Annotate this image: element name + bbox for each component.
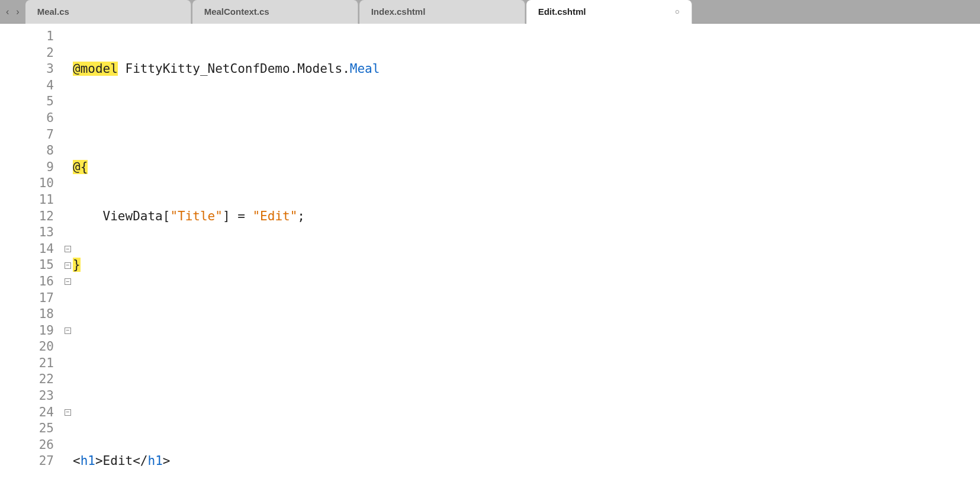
- tab-mealcontext-cs[interactable]: MealContext.cs: [192, 0, 358, 24]
- nav-back-icon[interactable]: ‹: [6, 7, 9, 17]
- line-number: 25: [0, 420, 62, 437]
- line-number: 1: [0, 28, 62, 45]
- fold-cell: [62, 175, 73, 192]
- code-line: @{: [73, 159, 980, 176]
- fold-cell[interactable]: −: [62, 241, 73, 258]
- line-number: 17: [0, 290, 62, 307]
- fold-cell: [62, 78, 73, 94]
- fold-cell: [62, 371, 73, 388]
- fold-collapse-icon[interactable]: −: [65, 246, 71, 252]
- fold-collapse-icon[interactable]: −: [65, 262, 71, 269]
- code-line: [73, 306, 980, 323]
- line-number: 11: [0, 192, 62, 208]
- tab-edit-cshtml[interactable]: Edit.cshtml ○: [526, 0, 692, 24]
- line-number: 5: [0, 94, 62, 110]
- nav-forward-icon[interactable]: ›: [16, 7, 19, 17]
- line-number: 13: [0, 224, 62, 241]
- line-number: 23: [0, 388, 62, 405]
- line-number: 15: [0, 257, 62, 274]
- code-content[interactable]: @model FittyKitty_NetConfDemo.Models.Mea…: [73, 24, 980, 504]
- fold-cell: [62, 143, 73, 159]
- fold-cell: [62, 355, 73, 372]
- editor-area[interactable]: 1234567891011121314151617181920212223242…: [0, 24, 980, 504]
- code-line: }: [73, 257, 980, 274]
- line-number: 16: [0, 274, 62, 290]
- fold-cell: [62, 388, 73, 405]
- line-number: 8: [0, 143, 62, 159]
- fold-cell: [62, 224, 73, 241]
- line-number: 6: [0, 110, 62, 127]
- fold-column: −−−−−: [62, 24, 73, 504]
- line-number: 7: [0, 127, 62, 143]
- fold-cell: [62, 437, 73, 454]
- line-number: 2: [0, 45, 62, 62]
- line-number: 26: [0, 437, 62, 454]
- fold-cell: [62, 339, 73, 355]
- code-line: ViewData["Title"] = "Edit";: [73, 208, 980, 225]
- line-number: 20: [0, 339, 62, 355]
- code-line: [73, 355, 980, 372]
- fold-collapse-icon[interactable]: −: [65, 328, 71, 334]
- fold-cell[interactable]: −: [62, 323, 73, 339]
- fold-cell[interactable]: −: [62, 405, 73, 421]
- fold-cell: [62, 94, 73, 110]
- fold-cell: [62, 45, 73, 62]
- fold-cell: [62, 127, 73, 143]
- fold-cell: [62, 453, 73, 470]
- code-line: <h1>Edit</h1>: [73, 453, 980, 470]
- fold-cell: [62, 159, 73, 176]
- line-number: 18: [0, 306, 62, 323]
- fold-cell[interactable]: −: [62, 274, 73, 290]
- tab-index-cshtml[interactable]: Index.cshtml: [359, 0, 525, 24]
- line-number: 24: [0, 405, 62, 421]
- fold-cell: [62, 61, 73, 78]
- line-number: 4: [0, 78, 62, 94]
- line-number: 10: [0, 175, 62, 192]
- tab-bar: ‹ › Meal.cs MealContext.cs Index.cshtml …: [0, 0, 980, 24]
- fold-cell: [62, 306, 73, 323]
- fold-cell[interactable]: −: [62, 257, 73, 274]
- fold-collapse-icon[interactable]: −: [65, 409, 71, 416]
- line-number: 27: [0, 453, 62, 470]
- line-number: 21: [0, 355, 62, 372]
- line-number: 3: [0, 61, 62, 78]
- tab-label: Meal.cs: [37, 7, 69, 17]
- nav-arrows: ‹ ›: [0, 7, 25, 17]
- tab-label: MealContext.cs: [204, 7, 269, 17]
- line-number: 22: [0, 371, 62, 388]
- fold-cell: [62, 28, 73, 45]
- code-line: [73, 110, 980, 127]
- fold-collapse-icon[interactable]: −: [65, 278, 71, 285]
- tab-label: Edit.cshtml: [538, 7, 586, 17]
- tab-meal-cs[interactable]: Meal.cs: [25, 0, 191, 24]
- code-line: @model FittyKitty_NetConfDemo.Models.Mea…: [73, 61, 980, 78]
- dirty-indicator-icon: ○: [675, 7, 680, 16]
- line-number-gutter: 1234567891011121314151617181920212223242…: [0, 24, 62, 504]
- fold-cell: [62, 420, 73, 437]
- code-line: [73, 405, 980, 421]
- fold-cell: [62, 290, 73, 307]
- line-number: 12: [0, 208, 62, 225]
- tab-label: Index.cshtml: [371, 7, 426, 17]
- line-number: 14: [0, 241, 62, 258]
- fold-cell: [62, 192, 73, 208]
- fold-cell: [62, 208, 73, 225]
- fold-cell: [62, 110, 73, 127]
- line-number: 19: [0, 323, 62, 339]
- line-number: 9: [0, 159, 62, 176]
